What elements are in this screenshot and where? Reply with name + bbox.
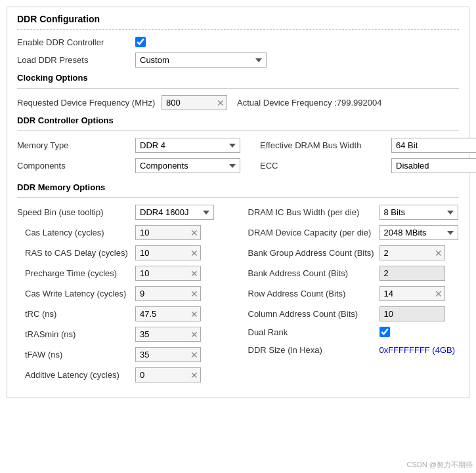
load-presets-label: Load DDR Presets	[17, 55, 135, 65]
dual-rank-label: Dual Rank	[248, 327, 379, 337]
ddr-controller-title: DDR Controller Options	[17, 115, 459, 125]
clocking-divider	[17, 88, 459, 89]
clocking-row: Requested Device Frequency (MHz) ✕ Actua…	[17, 95, 459, 110]
trasmin-label: tRASmin (ns)	[17, 329, 135, 339]
bus-width-row: Effective DRAM Bus Width 64 Bit	[260, 138, 476, 153]
dram-ic-row: DRAM IC Bus Width (per die) 8 Bits	[248, 205, 460, 220]
speed-bin-label: Speed Bin (use tooltip)	[17, 207, 135, 217]
bank-group-row: Bank Group Address Count (Bits) ✕	[248, 245, 460, 260]
enable-ddr-label: Enable DDR Controller	[17, 37, 135, 47]
speed-bin-row: Speed Bin (use tooltip) DDR4 1600J	[17, 205, 228, 220]
cas-latency-row: Cas Latency (cycles) ✕	[17, 225, 228, 240]
tfaw-input-wrap: ✕	[135, 347, 201, 362]
dram-capacity-label: DRAM Device Capacity (per die)	[248, 228, 379, 237]
precharge-label: Precharge Time (cycles)	[17, 268, 135, 278]
tfaw-label: tFAW (ns)	[17, 350, 135, 360]
row-address-clear-icon[interactable]: ✕	[435, 289, 443, 298]
cas-write-input-wrap: ✕	[135, 286, 201, 301]
tfaw-clear-icon[interactable]: ✕	[190, 350, 198, 360]
trc-label: tRC (ns)	[17, 309, 135, 319]
precharge-clear-icon[interactable]: ✕	[190, 269, 198, 278]
ddr-size-value: 0xFFFFFFFF (4GB)	[379, 345, 456, 355]
bus-width-select[interactable]: 64 Bit	[391, 138, 476, 153]
top-divider	[17, 30, 459, 30]
ddr-size-label: DDR Size (in Hexa)	[248, 345, 379, 355]
col-address-input-wrap	[379, 306, 445, 321]
additive-row: Additive Latency (cycles) ✕	[17, 367, 228, 382]
precharge-input-wrap: ✕	[135, 266, 201, 281]
dram-capacity-row: DRAM Device Capacity (per die) 2048 MBit…	[248, 225, 460, 240]
ddr-memory-divider	[17, 197, 459, 198]
trc-row: tRC (ns) ✕	[17, 306, 228, 321]
additive-clear-icon[interactable]: ✕	[190, 371, 198, 380]
memory-type-label: Memory Type	[17, 140, 135, 150]
ddr-controller-right: Effective DRAM Bus Width 64 Bit ECC Disa…	[253, 138, 476, 178]
ecc-select[interactable]: Disabled	[391, 158, 476, 173]
cas-latency-input-wrap: ✕	[135, 225, 201, 240]
requested-freq-label: Requested Device Frequency (MHz)	[17, 98, 162, 108]
ras-cas-input-wrap: ✕	[135, 245, 201, 260]
load-presets-row: Load DDR Presets Custom	[17, 52, 459, 68]
cas-latency-label: Cas Latency (cycles)	[17, 228, 135, 237]
cas-write-clear-icon[interactable]: ✕	[190, 289, 198, 298]
dual-rank-row: Dual Rank	[248, 327, 460, 337]
trasmin-row: tRASmin (ns) ✕	[17, 327, 228, 342]
requested-freq-input-wrap: ✕	[162, 95, 227, 110]
trc-input-wrap: ✕	[135, 306, 201, 321]
ecc-row: ECC Disabled	[260, 158, 476, 173]
memory-type-row: Memory Type DDR 4	[17, 138, 240, 153]
ras-cas-label: RAS to CAS Delay (cycles)	[17, 248, 135, 258]
bank-address-label: Bank Address Count (Bits)	[248, 268, 379, 278]
ddr-memory-right: DRAM IC Bus Width (per die) 8 Bits DRAM …	[242, 205, 460, 388]
actual-freq-text: Actual Device Frequency :799.992004	[237, 98, 381, 108]
ddr-size-row: DDR Size (in Hexa) 0xFFFFFFFF (4GB)	[248, 345, 460, 355]
ras-cas-row: RAS to CAS Delay (cycles) ✕	[17, 245, 228, 260]
trc-clear-icon[interactable]: ✕	[190, 310, 198, 319]
bank-address-input-wrap	[379, 266, 445, 281]
bank-address-input	[379, 266, 445, 281]
ras-cas-clear-icon[interactable]: ✕	[190, 249, 198, 258]
ecc-label: ECC	[260, 161, 391, 171]
clocking-title: Clocking Options	[17, 73, 459, 83]
row-address-input-wrap: ✕	[379, 286, 445, 301]
speed-bin-select[interactable]: DDR4 1600J	[135, 205, 214, 220]
enable-ddr-checkbox[interactable]	[135, 37, 146, 47]
cas-latency-clear-icon[interactable]: ✕	[190, 228, 198, 237]
ddr-memory-title: DDR Memory Options	[17, 182, 459, 192]
col-address-input	[379, 306, 445, 321]
precharge-row: Precharge Time (cycles) ✕	[17, 266, 228, 281]
additive-input-wrap: ✕	[135, 367, 201, 382]
tfaw-row: tFAW (ns) ✕	[17, 347, 228, 362]
col-address-label: Column Address Count (Bits)	[248, 309, 379, 319]
row-address-row: Row Address Count (Bits) ✕	[248, 286, 460, 301]
dram-capacity-select[interactable]: 2048 MBits	[379, 225, 458, 240]
main-panel: DDR Configuration Enable DDR Controller …	[7, 7, 469, 398]
components-row: Components Components	[17, 158, 240, 173]
cas-write-label: Cas Write Latency (cycles)	[17, 289, 135, 298]
bus-width-label: Effective DRAM Bus Width	[260, 140, 391, 150]
dram-ic-select[interactable]: 8 Bits	[379, 205, 458, 220]
col-address-row: Column Address Count (Bits)	[248, 306, 460, 321]
bank-group-label: Bank Group Address Count (Bits)	[248, 248, 379, 258]
bank-group-clear-icon[interactable]: ✕	[435, 249, 443, 258]
bank-address-row: Bank Address Count (Bits)	[248, 266, 460, 281]
row-address-label: Row Address Count (Bits)	[248, 289, 379, 298]
ddr-memory-columns: Speed Bin (use tooltip) DDR4 1600J Cas L…	[17, 205, 459, 388]
components-select[interactable]: Components	[135, 158, 240, 173]
load-presets-select[interactable]: Custom	[135, 52, 267, 68]
trasmin-clear-icon[interactable]: ✕	[190, 330, 198, 339]
trasmin-input-wrap: ✕	[135, 327, 201, 342]
memory-type-select[interactable]: DDR 4	[135, 138, 240, 153]
enable-ddr-row: Enable DDR Controller	[17, 37, 459, 47]
components-label: Components	[17, 161, 135, 171]
panel-title: DDR Configuration	[17, 14, 459, 24]
ddr-controller-left: Memory Type DDR 4 Components Components	[17, 138, 253, 178]
ddr-controller-columns: Memory Type DDR 4 Components Components …	[17, 138, 459, 178]
ddr-controller-divider	[17, 131, 459, 131]
dual-rank-checkbox[interactable]	[379, 327, 390, 337]
additive-label: Additive Latency (cycles)	[17, 370, 135, 380]
requested-freq-clear-icon[interactable]: ✕	[217, 98, 225, 108]
cas-write-row: Cas Write Latency (cycles) ✕	[17, 286, 228, 301]
bank-group-input-wrap: ✕	[379, 245, 445, 260]
ddr-memory-left: Speed Bin (use tooltip) DDR4 1600J Cas L…	[17, 205, 242, 388]
